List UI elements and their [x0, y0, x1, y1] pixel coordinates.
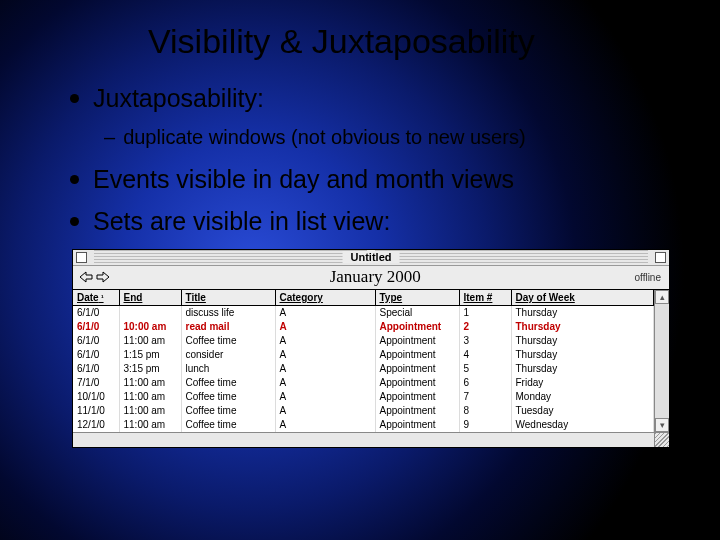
- table-row[interactable]: 6/1/010:00 amread mailAAppointment2Thurs…: [73, 320, 654, 334]
- table-row[interactable]: 6/1/011:00 amCoffee timeAAppointment3Thu…: [73, 334, 654, 348]
- cell-dow: Thursday: [511, 305, 654, 320]
- cell-type: Appointment: [375, 362, 459, 376]
- cell-type: Appointment: [375, 320, 459, 334]
- cell-category: A: [275, 390, 375, 404]
- calendar-window: Untitled January 2000 offline Date: [72, 249, 670, 448]
- cell-date: 6/1/0: [73, 320, 119, 334]
- cell-date: 7/1/0: [73, 376, 119, 390]
- cell-item: 7: [459, 390, 511, 404]
- cell-date: 6/1/0: [73, 334, 119, 348]
- cell-date: 10/1/0: [73, 390, 119, 404]
- cell-category: A: [275, 418, 375, 432]
- window-titlebar[interactable]: Untitled: [73, 250, 669, 266]
- cell-category: A: [275, 348, 375, 362]
- cell-end: 11:00 am: [119, 390, 181, 404]
- cell-category: A: [275, 404, 375, 418]
- cell-dow: Friday: [511, 376, 654, 390]
- table-row[interactable]: 10/1/011:00 amCoffee timeAAppointment7Mo…: [73, 390, 654, 404]
- col-item[interactable]: Item #: [459, 290, 511, 306]
- scroll-track[interactable]: [655, 304, 669, 418]
- cell-end: 11:00 am: [119, 334, 181, 348]
- bullet-3-text: Sets are visible in list view:: [93, 206, 390, 237]
- scroll-down-icon[interactable]: ▾: [655, 418, 669, 432]
- cell-title: discuss life: [181, 305, 275, 320]
- table-row[interactable]: 7/1/011:00 amCoffee timeAAppointment6Fri…: [73, 376, 654, 390]
- bullet-2: Events visible in day and month views: [70, 164, 670, 195]
- cell-category: A: [275, 362, 375, 376]
- col-type[interactable]: Type: [375, 290, 459, 306]
- cell-end: 11:00 am: [119, 418, 181, 432]
- cell-title: read mail: [181, 320, 275, 334]
- col-dow[interactable]: Day of Week: [511, 290, 654, 306]
- cell-title: Coffee time: [181, 390, 275, 404]
- table-row[interactable]: 6/1/0discuss lifeASpecial1Thursday: [73, 305, 654, 320]
- cell-item: 3: [459, 334, 511, 348]
- cell-category: A: [275, 376, 375, 390]
- status-offline: offline: [634, 272, 669, 283]
- cell-type: Special: [375, 305, 459, 320]
- cell-type: Appointment: [375, 390, 459, 404]
- cell-dow: Tuesday: [511, 404, 654, 418]
- bullet-icon: [70, 217, 79, 226]
- cell-item: 5: [459, 362, 511, 376]
- resize-handle-icon[interactable]: [654, 433, 669, 447]
- vertical-scrollbar[interactable]: ▴ ▾: [654, 290, 669, 432]
- col-category[interactable]: Category: [275, 290, 375, 306]
- cell-item: 6: [459, 376, 511, 390]
- cell-end: 1:15 pm: [119, 348, 181, 362]
- cell-type: Appointment: [375, 348, 459, 362]
- cell-end: 3:15 pm: [119, 362, 181, 376]
- cell-item: 9: [459, 418, 511, 432]
- titlebar-stripes: [94, 250, 367, 265]
- cell-end: 11:00 am: [119, 404, 181, 418]
- cell-end: 10:00 am: [119, 320, 181, 334]
- table-row[interactable]: 6/1/03:15 pmlunchAAppointment5Thursday: [73, 362, 654, 376]
- cell-date: 6/1/0: [73, 348, 119, 362]
- cell-end: [119, 305, 181, 320]
- cell-title: consider: [181, 348, 275, 362]
- cell-type: Appointment: [375, 334, 459, 348]
- table-row[interactable]: 12/1/011:00 amCoffee timeAAppointment9We…: [73, 418, 654, 432]
- cell-category: A: [275, 305, 375, 320]
- slide-title: Visibility & Juxtaposability: [0, 0, 720, 73]
- cell-category: A: [275, 334, 375, 348]
- close-icon[interactable]: [76, 252, 87, 263]
- scroll-up-icon[interactable]: ▴: [655, 290, 669, 304]
- cell-end: 11:00 am: [119, 376, 181, 390]
- cell-date: 6/1/0: [73, 362, 119, 376]
- month-label: January 2000: [116, 267, 634, 287]
- cell-item: 4: [459, 348, 511, 362]
- cell-category: A: [275, 320, 375, 334]
- cell-title: Coffee time: [181, 418, 275, 432]
- col-date[interactable]: Date: [73, 290, 119, 306]
- bullet-icon: [70, 175, 79, 184]
- cell-item: 2: [459, 320, 511, 334]
- prev-arrow-icon[interactable]: [79, 271, 93, 283]
- bullet-1: Juxtaposability:: [70, 83, 670, 114]
- col-title[interactable]: Title: [181, 290, 275, 306]
- dash-icon: –: [104, 124, 115, 150]
- cell-dow: Monday: [511, 390, 654, 404]
- window-footer: [73, 432, 669, 447]
- events-table: Date End Title Category Type Item # Day …: [73, 290, 654, 432]
- toolbar: January 2000 offline: [73, 266, 669, 290]
- cell-date: 6/1/0: [73, 305, 119, 320]
- sub-bullet-1-text: duplicate windows (not obvious to new us…: [123, 124, 525, 150]
- table-row[interactable]: 6/1/01:15 pmconsiderAAppointment4Thursda…: [73, 348, 654, 362]
- cell-dow: Thursday: [511, 320, 654, 334]
- cell-type: Appointment: [375, 376, 459, 390]
- list-view: Date End Title Category Type Item # Day …: [73, 290, 669, 432]
- bullet-1-text: Juxtaposability:: [93, 83, 264, 114]
- titlebar-stripes: [375, 250, 648, 265]
- cell-dow: Thursday: [511, 348, 654, 362]
- cell-dow: Wednesday: [511, 418, 654, 432]
- next-arrow-icon[interactable]: [96, 271, 110, 283]
- table-row[interactable]: 11/1/011:00 amCoffee timeAAppointment8Tu…: [73, 404, 654, 418]
- col-end[interactable]: End: [119, 290, 181, 306]
- bullet-3: Sets are visible in list view:: [70, 206, 670, 237]
- bullet-2-text: Events visible in day and month views: [93, 164, 514, 195]
- slide: Visibility & Juxtaposability Juxtaposabi…: [0, 0, 720, 540]
- cell-date: 11/1/0: [73, 404, 119, 418]
- cell-date: 12/1/0: [73, 418, 119, 432]
- zoom-icon[interactable]: [655, 252, 666, 263]
